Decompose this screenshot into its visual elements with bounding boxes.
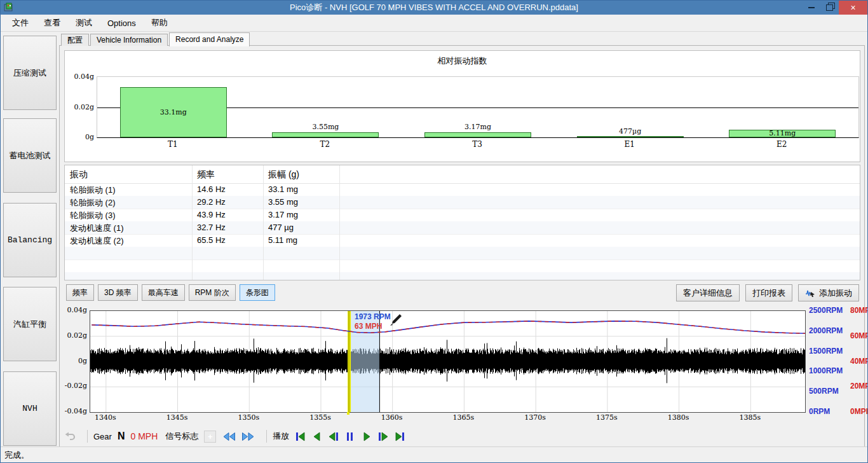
bar-chart-ytick: 0.02g <box>66 103 94 111</box>
pencil-cursor-icon <box>390 313 402 326</box>
tab-2[interactable]: Record and Analyze <box>169 32 250 46</box>
waveform-xtick: 1340s <box>92 413 119 422</box>
window-title: Pico诊断 - NVH [GOLF 70 MPH VIBES WITH ACC… <box>1 1 867 15</box>
restore-icon <box>826 4 833 11</box>
transport-bar: Gear N 0 MPH 信号标志 + 播放 <box>64 428 411 445</box>
customer-details-label: 客户详细信息 <box>683 287 733 299</box>
restore-button[interactable] <box>820 1 839 15</box>
rpm-axis-tick: 1500RPM <box>809 347 843 356</box>
waveform-xtick: 1360s <box>378 413 406 422</box>
sidebar-item-0[interactable]: 压缩测试 <box>3 36 57 110</box>
jump-back-button[interactable] <box>222 432 236 441</box>
view-button-1[interactable]: 3D 频率 <box>98 284 138 301</box>
cursor-axis-tick[interactable] <box>347 412 349 415</box>
table-cell: 3.55 mg <box>268 197 298 207</box>
rpm-axis-tick: 1000RPM <box>809 366 843 375</box>
bar-chart-category: T3 <box>401 140 553 149</box>
undo-button[interactable] <box>64 432 76 441</box>
menubar: 文件查看测试Options帮助 <box>1 15 867 32</box>
undo-icon <box>64 432 76 441</box>
play-backward-button[interactable] <box>312 432 323 441</box>
table-cell: 5.11 mg <box>268 235 297 245</box>
sidebar-item-1[interactable]: 蓄电池测试 <box>3 118 57 193</box>
minimize-icon <box>808 7 815 8</box>
action-buttons: 客户详细信息 打印报表 添加振动 <box>676 284 859 301</box>
table-cell: 轮胎振动 (2) <box>70 197 116 209</box>
waveform-xtick: 1380s <box>665 413 693 422</box>
bar-chart-plot[interactable]: 33.1mg3.55mg3.17mg477µg5.11mg <box>97 76 859 138</box>
pause-button[interactable] <box>345 432 356 441</box>
table-cell: 33.1 mg <box>268 184 298 194</box>
pause-icon <box>345 432 356 441</box>
title-bar: Pico诊断 - NVH [GOLF 70 MPH VIBES WITH ACC… <box>1 1 867 15</box>
add-vibration-icon <box>805 289 816 298</box>
view-button-0[interactable]: 频率 <box>66 284 94 301</box>
waveform-plot[interactable] <box>90 310 806 413</box>
bar-value-label: 33.1mg <box>97 108 250 116</box>
menu-item-0[interactable]: 文件 <box>4 15 36 31</box>
table-header-cell: 振幅 (g) <box>268 169 299 181</box>
table-cell: 发动机速度 (1) <box>70 223 124 234</box>
add-marker-button[interactable]: + <box>204 431 216 443</box>
minimize-button[interactable] <box>802 1 820 15</box>
bar-chart-category: E1 <box>553 140 706 149</box>
bar-value-label: 477µg <box>554 127 707 135</box>
table-cell: 43.9 Hz <box>197 210 226 219</box>
view-button-4[interactable]: 条形图 <box>240 284 275 301</box>
step-back-button[interactable] <box>329 432 339 441</box>
tabstrip: 配置Vehicle InformationRecord and Analyze <box>61 32 251 45</box>
divider <box>266 430 267 443</box>
skip-start-button[interactable] <box>295 432 306 441</box>
cursor-mph-readout: 63 MPH <box>355 322 382 331</box>
waveform-xtick: 1345s <box>163 413 191 422</box>
waveform-ytick: -0.02g <box>60 382 87 390</box>
waveform-ytick: 0g <box>60 357 87 365</box>
waveform-xtick: 1350s <box>234 413 262 422</box>
step-forward-button[interactable] <box>378 432 389 441</box>
bar-chart-title: 相对振动指数 <box>65 55 860 67</box>
status-text: 完成。 <box>4 450 29 461</box>
table-cell: 3.17 mg <box>268 210 298 219</box>
gear-value: N <box>118 431 125 442</box>
view-button-2[interactable]: 最高车速 <box>142 284 185 301</box>
table-row <box>65 272 860 280</box>
print-report-button[interactable]: 打印报表 <box>745 284 792 301</box>
menu-item-1[interactable]: 查看 <box>36 15 68 31</box>
menu-item-2[interactable]: 测试 <box>68 15 100 31</box>
table-row[interactable]: 轮胎振动 (3)43.9 Hz3.17 mg <box>65 209 860 222</box>
waveform-ytick: -0.04g <box>60 407 87 415</box>
table-row[interactable]: 发动机速度 (2)65.5 Hz5.11 mg <box>65 234 860 247</box>
jump-forward-button[interactable] <box>241 432 255 441</box>
tab-1[interactable]: Vehicle Information <box>90 34 168 46</box>
rewind-icon <box>222 432 236 441</box>
menu-item-4[interactable]: 帮助 <box>144 15 175 31</box>
view-mode-buttons: 频率3D 频率最高车速RPM 阶次条形图 <box>66 284 275 301</box>
bar-chart-category: E2 <box>705 140 858 149</box>
table-row[interactable]: 轮胎振动 (1)14.6 Hz33.1 mg <box>65 183 860 197</box>
table-row[interactable]: 轮胎振动 (2)29.2 Hz3.55 mg <box>65 196 860 209</box>
waveform-xtick: 1385s <box>736 413 764 422</box>
column-divider <box>192 165 193 280</box>
play-button[interactable] <box>362 432 372 441</box>
view-button-3[interactable]: RPM 阶次 <box>189 284 236 301</box>
bar-value-label: 3.17mg <box>402 123 554 131</box>
gear-label: Gear <box>93 432 112 441</box>
waveform-ytick: 0.02g <box>60 331 87 340</box>
close-button[interactable]: × <box>839 1 867 15</box>
time-cursor[interactable] <box>348 311 351 412</box>
table-row[interactable]: 发动机速度 (1)32.7 Hz477 µg <box>65 221 860 235</box>
add-vibration-button[interactable]: 添加振动 <box>798 284 859 301</box>
menu-item-3[interactable]: Options <box>100 16 144 31</box>
add-vibration-label: 添加振动 <box>819 287 852 299</box>
bar-value-label: 5.11mg <box>706 129 858 137</box>
mph-axis-tick: 80MPH <box>850 306 868 315</box>
skip-end-button[interactable] <box>395 432 405 441</box>
fast-forward-icon <box>241 432 255 441</box>
customer-details-button[interactable]: 客户详细信息 <box>676 284 740 301</box>
play-label: 播放 <box>273 431 289 442</box>
sidebar-item-2[interactable]: Balancing <box>3 203 57 277</box>
table-cell: 14.6 Hz <box>197 184 226 194</box>
tab-0[interactable]: 配置 <box>61 34 89 46</box>
vibration-table: 振动频率振幅 (g) 轮胎振动 (1)14.6 Hz33.1 mg轮胎振动 (2… <box>64 165 860 280</box>
rpm-axis-tick: 0RPM <box>809 407 830 416</box>
